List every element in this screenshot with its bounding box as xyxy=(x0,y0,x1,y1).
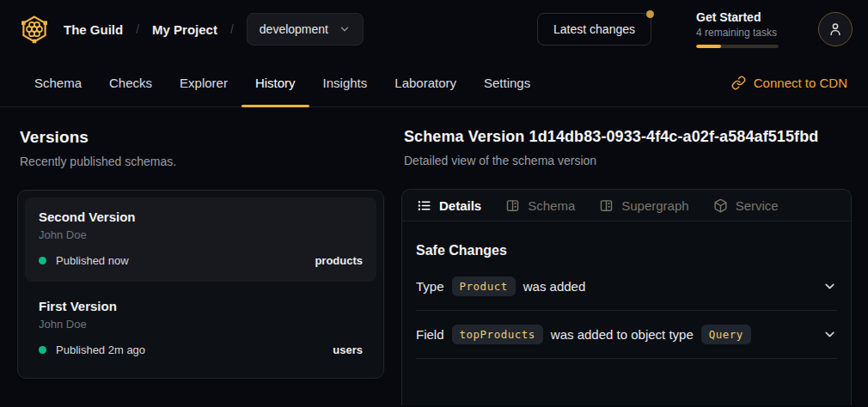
notification-dot xyxy=(646,10,654,18)
latest-changes-button[interactable]: Latest changes xyxy=(537,13,651,46)
tab-service[interactable]: Service xyxy=(701,190,791,221)
tab-schema-view[interactable]: Schema xyxy=(493,190,587,221)
schema-version-panel: Details Schema Supergraph xyxy=(401,189,852,405)
schema-version-pane: Schema Version 1d14db83-0933-4f4c-a02f-a… xyxy=(401,128,852,407)
breadcrumb-project[interactable]: My Project xyxy=(152,22,217,37)
published-status-icon xyxy=(39,346,46,354)
header-actions: Latest changes Get Started 4 remaining t… xyxy=(537,10,853,48)
breadcrumb: The Guild / My Project / development xyxy=(19,13,364,46)
user-icon xyxy=(828,21,843,37)
main-content: Versions Recently published schemas. Sec… xyxy=(0,107,868,407)
versions-card: Second Version John Doe Published now pr… xyxy=(17,190,384,379)
chevron-down-icon[interactable] xyxy=(822,327,837,342)
link-icon xyxy=(731,76,746,90)
tab-checks[interactable]: Checks xyxy=(95,58,166,106)
change-description: Field topProducts was added to object ty… xyxy=(416,325,759,344)
version-title: Second Version xyxy=(39,210,363,224)
breadcrumb-separator: / xyxy=(230,22,234,36)
get-started-title: Get Started xyxy=(696,10,782,24)
tab-laboratory[interactable]: Laboratory xyxy=(381,58,470,106)
safe-changes-title: Safe Changes xyxy=(416,243,837,258)
code-badge: Query xyxy=(701,325,751,344)
breadcrumb-org[interactable]: The Guild xyxy=(64,22,123,37)
version-list-item[interactable]: First Version John Doe Published 2m ago … xyxy=(25,287,376,371)
latest-changes-label: Latest changes xyxy=(553,22,635,36)
get-started-progressbar xyxy=(696,45,779,48)
change-text: Type xyxy=(416,279,444,294)
versions-subtitle: Recently published schemas. xyxy=(20,155,384,168)
version-status: Published 2m ago xyxy=(56,343,145,356)
project-nav: Schema Checks Explorer History Insights … xyxy=(0,58,868,107)
versions-pane: Versions Recently published schemas. Sec… xyxy=(17,128,384,407)
guild-logo-icon[interactable] xyxy=(19,14,50,45)
get-started-subtitle: 4 remaining tasks xyxy=(696,27,782,39)
tab-schema[interactable]: Schema xyxy=(21,58,95,106)
app-header: The Guild / My Project / development Lat… xyxy=(0,0,868,58)
version-service: users xyxy=(333,343,363,356)
version-status: Published now xyxy=(56,254,129,267)
chevron-down-icon[interactable] xyxy=(822,279,837,294)
nav-tabs: Schema Checks Explorer History Insights … xyxy=(21,58,544,106)
version-service: products xyxy=(315,254,363,267)
tab-settings[interactable]: Settings xyxy=(470,58,544,106)
columns-icon xyxy=(599,198,614,213)
connect-to-cdn-link[interactable]: Connect to CDN xyxy=(731,58,847,106)
version-status-row: Published 2m ago users xyxy=(39,343,363,356)
change-row[interactable]: Type Product was added xyxy=(416,263,837,311)
tab-details[interactable]: Details xyxy=(405,190,493,221)
tab-service-label: Service xyxy=(736,198,779,213)
tab-history[interactable]: History xyxy=(241,58,309,106)
version-author: John Doe xyxy=(39,228,363,241)
environment-select[interactable]: development xyxy=(247,13,364,46)
code-badge: topProducts xyxy=(452,325,543,344)
tab-explorer[interactable]: Explorer xyxy=(166,58,241,106)
version-list-item[interactable]: Second Version John Doe Published now pr… xyxy=(25,197,376,282)
change-text: was added xyxy=(523,279,586,294)
cube-icon xyxy=(713,198,728,213)
user-avatar-button[interactable] xyxy=(818,12,853,46)
chevron-down-icon xyxy=(339,23,351,35)
change-description: Type Product was added xyxy=(416,276,585,296)
tab-supergraph[interactable]: Supergraph xyxy=(587,190,700,221)
change-text: was added to object type xyxy=(551,327,694,342)
environment-select-value: development xyxy=(260,22,328,36)
code-badge: Product xyxy=(452,276,516,296)
progress-fill xyxy=(696,45,721,48)
schema-version-title: Schema Version 1d14db83-0933-4f4c-a02f-a… xyxy=(404,128,852,146)
connect-to-cdn-label: Connect to CDN xyxy=(754,76,847,90)
tab-details-label: Details xyxy=(439,198,481,213)
detail-tabs: Details Schema Supergraph xyxy=(402,190,851,222)
version-title: First Version xyxy=(39,299,363,313)
schema-version-subtitle: Detailed view of the schema version xyxy=(404,154,852,167)
tab-supergraph-label: Supergraph xyxy=(621,198,688,213)
tab-insights[interactable]: Insights xyxy=(309,58,382,106)
columns-icon xyxy=(505,198,520,213)
version-status-row: Published now products xyxy=(39,254,363,267)
tab-schema-label: Schema xyxy=(528,198,575,213)
version-author: John Doe xyxy=(39,318,363,331)
breadcrumb-separator: / xyxy=(136,22,139,36)
change-row[interactable]: Field topProducts was added to object ty… xyxy=(416,311,837,359)
versions-title: Versions xyxy=(20,128,384,147)
published-status-icon xyxy=(39,257,46,264)
change-text: Field xyxy=(416,327,444,342)
get-started-widget[interactable]: Get Started 4 remaining tasks xyxy=(696,10,782,48)
changes-section: Safe Changes Type Product was added Fiel… xyxy=(402,243,851,359)
list-icon xyxy=(417,198,431,213)
